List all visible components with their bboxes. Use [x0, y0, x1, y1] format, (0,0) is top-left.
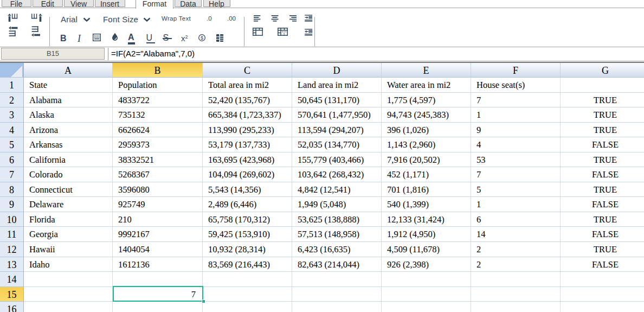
svg-text:$: $	[201, 35, 203, 41]
